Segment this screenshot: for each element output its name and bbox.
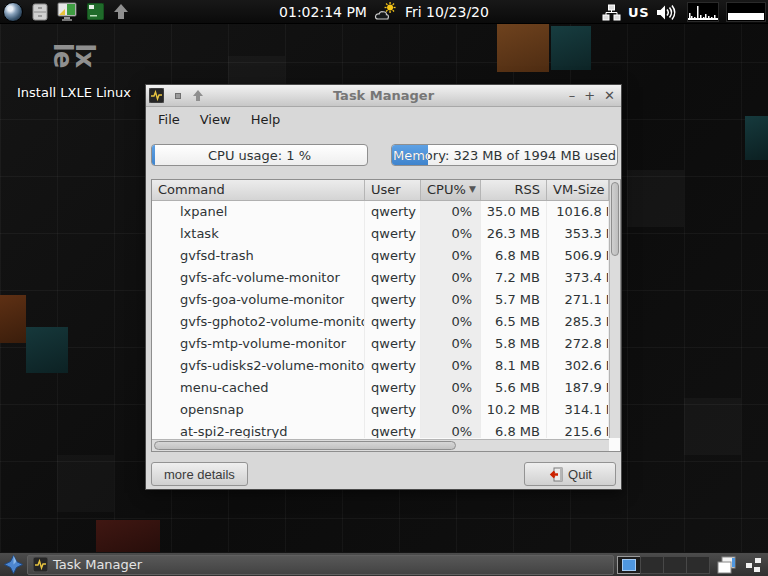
process-rows: lxpanel qwerty 0% 35.0 MB 1016.8 MB lxta… [152, 201, 620, 438]
column-header-vm-size[interactable]: VM-Size [547, 180, 609, 200]
quit-button[interactable]: Quit [524, 462, 616, 486]
menu-view[interactable]: View [190, 109, 241, 130]
net-monitor-widget[interactable] [726, 2, 766, 22]
taskbar-menu-icon[interactable] [4, 555, 23, 574]
task-manager-taskbar-icon [33, 557, 48, 572]
network-icon[interactable] [602, 4, 621, 21]
table-row[interactable]: at-spi2-registryd qwerty 0% 6.8 MB 215.6… [152, 421, 620, 438]
wallpaper-cube [57, 455, 114, 512]
column-header-command[interactable]: Command [152, 180, 365, 200]
maximize-button[interactable]: + [584, 86, 595, 106]
process-table: Command User CPU%▼ RSS VM-Size lxpanel q… [151, 179, 621, 452]
menu-bar: File View Help [146, 107, 621, 131]
keyboard-layout-indicator[interactable]: US [628, 5, 649, 20]
process-table-header: Command User CPU%▼ RSS VM-Size [152, 180, 620, 201]
weather-icon[interactable] [374, 2, 398, 21]
lxle-menu-icon[interactable] [3, 2, 23, 22]
table-row[interactable]: gvfs-mtp-volume-monitor qwerty 0% 5.8 MB… [152, 333, 620, 355]
quit-door-icon [548, 467, 564, 482]
panel-date[interactable]: Fri 10/23/20 [405, 4, 489, 20]
sort-descending-icon: ▼ [469, 182, 476, 200]
vertical-scrollbar-thumb[interactable] [611, 182, 619, 256]
table-row[interactable]: gvfsd-trash qwerty 0% 6.8 MB 506.9 MB [152, 245, 620, 267]
minimize-all-icon[interactable] [744, 556, 764, 574]
horizontal-scrollbar-thumb[interactable] [154, 441, 456, 450]
cpu-usage-bar: CPU usage: 1 % [151, 144, 368, 166]
taskbar-task-button[interactable]: Task Manager [27, 555, 614, 575]
task-manager-window: Task Manager – + ✕ File View Help CPU us… [145, 84, 622, 490]
column-header-cpu[interactable]: CPU%▼ [421, 180, 481, 200]
file-manager-icon[interactable] [31, 3, 49, 21]
cpu-graph-widget[interactable] [687, 2, 719, 22]
wallpaper-cube [745, 116, 768, 160]
desktop-pager [618, 556, 710, 574]
lxle-logo: lx le [6, 26, 142, 84]
table-row[interactable]: gvfs-afc-volume-monitor qwerty 0% 7.2 MB… [152, 267, 620, 289]
wallpaper-cube [684, 398, 741, 455]
table-row[interactable]: lxtask qwerty 0% 26.3 MB 353.3 MB [152, 223, 620, 245]
cpu-usage-label: CPU usage: 1 % [152, 145, 367, 165]
wallpaper-cube [0, 295, 26, 343]
display-settings-icon[interactable] [57, 2, 79, 22]
vertical-scrollbar[interactable] [609, 180, 620, 438]
table-row[interactable]: gvfs-gphoto2-volume-monitor qwerty 0% 6.… [152, 311, 620, 333]
window-list-icon[interactable] [714, 555, 740, 575]
pager-desktop-1[interactable] [617, 556, 641, 574]
wallpaper-cube [96, 520, 160, 554]
wallpaper-cube [551, 26, 591, 70]
table-row[interactable]: opensnap qwerty 0% 10.2 MB 314.1 MB [152, 399, 620, 421]
install-lxle-label: Install LXLE Linux [6, 84, 142, 102]
bottom-taskbar: Task Manager [0, 552, 768, 576]
column-header-user[interactable]: User [365, 180, 421, 200]
table-row[interactable]: lxpanel qwerty 0% 35.0 MB 1016.8 MB [152, 201, 620, 223]
terminal-icon[interactable] [87, 3, 104, 20]
pager-desktop-2[interactable] [640, 556, 664, 574]
autostart-arrow-icon[interactable] [112, 3, 130, 20]
column-header-rss[interactable]: RSS [481, 180, 547, 200]
menu-help[interactable]: Help [241, 109, 291, 130]
window-titlebar[interactable]: Task Manager – + ✕ [146, 85, 621, 107]
minimize-button[interactable]: – [569, 86, 576, 106]
pager-window-thumbnail [622, 559, 636, 571]
pager-desktop-3[interactable] [663, 556, 687, 574]
panel-clock[interactable]: 01:02:14 PM [279, 4, 367, 20]
table-row[interactable]: menu-cached qwerty 0% 5.6 MB 187.9 MB [152, 377, 620, 399]
table-row[interactable]: gvfs-udisks2-volume-monitor qwerty 0% 8.… [152, 355, 620, 377]
top-panel: 01:02:14 PM Fri 10/23/20 US [0, 0, 768, 24]
menu-file[interactable]: File [148, 109, 190, 130]
close-button[interactable]: ✕ [604, 86, 615, 106]
wallpaper-cube [26, 327, 68, 373]
more-details-button[interactable]: more details [151, 462, 248, 486]
install-lxle-desktop-icon[interactable]: lx le Install LXLE Linux [6, 26, 142, 102]
window-title: Task Manager [146, 88, 621, 103]
volume-icon[interactable] [656, 4, 680, 21]
taskbar-task-label: Task Manager [53, 557, 142, 572]
table-row[interactable]: gvfs-goa-volume-monitor qwerty 0% 5.7 MB… [152, 289, 620, 311]
horizontal-scrollbar[interactable] [152, 439, 609, 451]
pager-desktop-4[interactable] [686, 556, 710, 574]
memory-usage-bar: Memory: 323 MB of 1994 MB used Memory: 3… [391, 144, 618, 166]
wallpaper-cube [627, 170, 684, 227]
